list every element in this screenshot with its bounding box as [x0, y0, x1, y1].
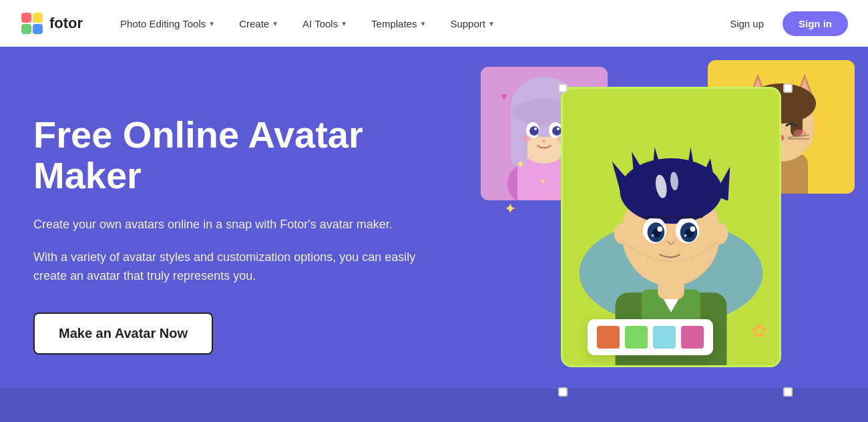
hero-description-1: Create your own avatars online in a snap… [33, 215, 447, 234]
hero-section: Free Online Avatar Maker Create your own… [0, 47, 868, 422]
svg-point-17 [534, 128, 537, 130]
logo-link[interactable]: fotor [20, 11, 83, 35]
signup-button[interactable]: Sign up [719, 13, 775, 35]
svg-point-15 [529, 126, 539, 136]
color-swatches-panel [588, 319, 713, 355]
swatch-blue[interactable] [653, 326, 676, 349]
svg-rect-3 [21, 24, 31, 34]
svg-rect-4 [33, 24, 43, 34]
svg-point-69 [684, 234, 687, 237]
chevron-down-icon: ▼ [419, 20, 426, 27]
star-decoration-1: ✦ [515, 157, 525, 172]
hero-content: Free Online Avatar Maker Create your own… [33, 114, 447, 355]
nav-actions: Sign up Sign in [719, 11, 848, 36]
swatch-orange[interactable] [597, 326, 620, 349]
chevron-down-icon: ▼ [341, 20, 347, 27]
resize-handle-topright[interactable] [783, 83, 793, 93]
hero-illustration: ♥ ♥ [441, 47, 868, 422]
svg-point-16 [552, 126, 562, 136]
fotor-logo-icon [20, 11, 44, 35]
svg-point-59 [712, 223, 728, 244]
svg-point-67 [690, 226, 695, 232]
signin-button[interactable]: Sign in [783, 11, 848, 36]
svg-point-68 [652, 234, 654, 237]
nav-item-create[interactable]: Create ▼ [228, 13, 289, 35]
hero-description-2: With a variety of avatar styles and cust… [33, 248, 447, 286]
cta-button[interactable]: Make an Avatar Now [33, 312, 213, 355]
chevron-down-icon: ▼ [488, 20, 495, 27]
logo-text: fotor [49, 15, 83, 32]
svg-point-19 [521, 136, 531, 142]
resize-handle-bottomright[interactable] [783, 387, 793, 397]
bottom-strip [0, 389, 868, 422]
nav-item-photo-editing[interactable]: Photo Editing Tools ▼ [110, 13, 226, 35]
svg-text:♥: ♥ [501, 91, 507, 102]
nav-item-ai-tools[interactable]: AI Tools ▼ [292, 13, 358, 35]
resize-handle-bottomleft[interactable] [558, 387, 568, 397]
svg-rect-2 [33, 13, 43, 23]
nav-menu: Photo Editing Tools ▼ Create ▼ AI Tools … [110, 13, 719, 35]
svg-point-18 [557, 128, 560, 130]
swatch-pink[interactable] [681, 326, 704, 349]
nav-item-support[interactable]: Support ▼ [439, 13, 505, 35]
chevron-down-icon: ▼ [272, 20, 278, 27]
svg-point-58 [614, 223, 630, 244]
resize-handle-topleft[interactable] [558, 83, 568, 93]
nav-item-templates[interactable]: Templates ▼ [361, 13, 437, 35]
navbar: fotor Photo Editing Tools ▼ Create ▼ AI … [0, 0, 868, 47]
chevron-down-icon: ▼ [208, 20, 215, 27]
star-decoration-2: ✦ [539, 177, 546, 186]
star-decoration-3: ✦ [504, 200, 516, 218]
svg-rect-1 [21, 13, 31, 23]
hero-title: Free Online Avatar Maker [33, 114, 447, 196]
flower-decoration: ✿ [751, 320, 767, 342]
swatch-green[interactable] [625, 326, 648, 349]
svg-point-66 [657, 226, 662, 232]
